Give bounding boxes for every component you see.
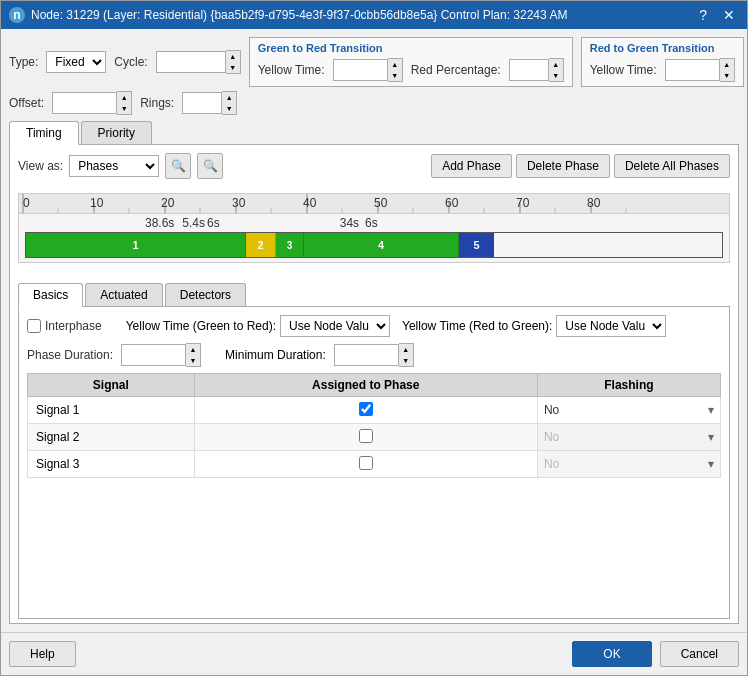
phase-bar-3[interactable]: 3 [276, 233, 304, 257]
red-pct-down[interactable]: ▼ [549, 70, 563, 81]
yellow-time-up-1[interactable]: ▲ [388, 59, 402, 70]
min-duration-spinner: 0.0 sec ▲ ▼ [334, 343, 414, 367]
type-select[interactable]: Fixed [46, 51, 106, 73]
zoom-out-button[interactable]: 🔍 [197, 153, 223, 179]
yellow-time-spinner-2: 0.0 sec ▲ ▼ [665, 58, 735, 82]
red-to-green-title: Red to Green Transition [590, 42, 735, 54]
yellow-time-spinner-1: 3.4 sec ▲ ▼ [333, 58, 403, 82]
yellow-time-input-2[interactable]: 0.0 sec [665, 59, 720, 81]
red-to-green-group: Red to Green Transition Yellow Time: 0.0… [581, 37, 744, 87]
yellow-time-r2g-label: Yellow Time (Red to Green): [402, 319, 552, 333]
flashing-cell-3: No▾ [537, 451, 720, 478]
tab-priority[interactable]: Priority [81, 121, 152, 144]
phase-duration-down[interactable]: ▼ [186, 355, 200, 366]
view-as-select[interactable]: Phases [69, 155, 159, 177]
yellow-time-input-1[interactable]: 3.4 sec [333, 59, 388, 81]
phase-bar-2[interactable]: 2 [246, 233, 276, 257]
min-duration-up[interactable]: ▲ [399, 344, 413, 355]
min-duration-label: Minimum Duration: [225, 348, 326, 362]
offset-up[interactable]: ▲ [117, 92, 131, 103]
yellow-time-g2r-select[interactable]: Use Node Value [280, 315, 390, 337]
signal-col-header: Signal [28, 374, 195, 397]
yellow-time-up-2[interactable]: ▲ [720, 59, 734, 70]
rings-input[interactable]: 1 [182, 92, 222, 114]
cycle-input[interactable]: 90 sec. [156, 51, 226, 73]
offset-down[interactable]: ▼ [117, 103, 131, 114]
timing-label-4: 34s [340, 216, 359, 230]
svg-text:20: 20 [161, 196, 175, 210]
signal-table-row: Signal 2No▾ [28, 424, 721, 451]
phase-bar-1[interactable]: 1 [26, 233, 246, 257]
timing-label-2: 5.4s [182, 216, 205, 230]
offset-input[interactable]: 0.0 sec [52, 92, 117, 114]
help-button[interactable]: Help [9, 641, 76, 667]
flashing-select-1[interactable]: No [538, 397, 720, 423]
title-bar: n Node: 31229 (Layer: Residential) {baa5… [1, 1, 747, 29]
tab-actuated[interactable]: Actuated [85, 283, 162, 306]
interphase-label: Interphase [45, 319, 102, 333]
phase-duration-input[interactable]: 38.6 sec [121, 344, 186, 366]
svg-text:0: 0 [23, 196, 30, 210]
timing-label-3: 6s [207, 216, 220, 230]
assigned-checkbox-3[interactable] [359, 456, 373, 470]
rings-down[interactable]: ▼ [222, 103, 236, 114]
red-pct-spinner: 50 ▲ ▼ [509, 58, 564, 82]
yellow-time-down-2[interactable]: ▼ [720, 70, 734, 81]
min-duration-down[interactable]: ▼ [399, 355, 413, 366]
timing-label-1: 38.6s [145, 216, 174, 230]
interphase-row: Interphase Yellow Time (Green to Red): U… [27, 315, 721, 337]
assigned-checkbox-2[interactable] [359, 429, 373, 443]
red-pct-label: Red Percentage: [411, 63, 501, 77]
footer-right-buttons: OK Cancel [572, 641, 739, 667]
yellow-time-r2g-select[interactable]: Use Node Value [556, 315, 666, 337]
signal-name-1: Signal 1 [28, 397, 195, 424]
dialog-footer: Help OK Cancel [1, 632, 747, 675]
zoom-in-button[interactable]: 🔍 [165, 153, 191, 179]
app-icon: n [9, 7, 25, 23]
timing-label-5: 6s [365, 216, 378, 230]
tab-detectors[interactable]: Detectors [165, 283, 246, 306]
cycle-label: Cycle: [114, 55, 147, 69]
rings-up[interactable]: ▲ [222, 92, 236, 103]
delete-phase-button[interactable]: Delete Phase [516, 154, 610, 178]
signal-name-3: Signal 3 [28, 451, 195, 478]
phase-duration-spinner: 38.6 sec ▲ ▼ [121, 343, 201, 367]
signal-table: Signal Assigned to Phase Flashing Signal… [27, 373, 721, 478]
timing-tab-content: View as: Phases 🔍 🔍 Add Phase Delete Pha… [9, 145, 739, 624]
phase-bar-4[interactable]: 4 [304, 233, 459, 257]
bottom-tab-row: Basics Actuated Detectors [18, 283, 730, 307]
tab-basics[interactable]: Basics [18, 283, 83, 307]
assigned-checkbox-1[interactable] [359, 402, 373, 416]
cycle-down-button[interactable]: ▼ [226, 62, 240, 73]
view-as-label: View as: [18, 159, 63, 173]
green-to-red-title: Green to Red Transition [258, 42, 564, 54]
dialog-content: Type: Fixed Cycle: 90 sec. ▲ ▼ Green to … [1, 29, 747, 632]
phase-duration-up[interactable]: ▲ [186, 344, 200, 355]
close-window-button[interactable]: ✕ [719, 7, 739, 23]
min-duration-input[interactable]: 0.0 sec [334, 344, 399, 366]
delete-all-phases-button[interactable]: Delete All Phases [614, 154, 730, 178]
cycle-up-button[interactable]: ▲ [226, 51, 240, 62]
svg-text:80: 80 [587, 196, 601, 210]
rings-label: Rings: [140, 96, 174, 110]
basics-tab-content: Interphase Yellow Time (Green to Red): U… [18, 307, 730, 619]
phase-bar-5[interactable]: 5 [459, 233, 494, 257]
tab-timing[interactable]: Timing [9, 121, 79, 145]
red-pct-input[interactable]: 50 [509, 59, 549, 81]
ok-button[interactable]: OK [572, 641, 651, 667]
red-pct-up[interactable]: ▲ [549, 59, 563, 70]
help-window-button[interactable]: ? [695, 7, 711, 23]
phase-timing-labels: 38.6s 5.4s 6s 34s 6s [19, 214, 729, 230]
interphase-checkbox[interactable] [27, 319, 41, 333]
svg-text:40: 40 [303, 196, 317, 210]
green-to-red-group: Green to Red Transition Yellow Time: 3.4… [249, 37, 573, 87]
yellow-time-down-1[interactable]: ▼ [388, 70, 402, 81]
svg-text:50: 50 [374, 196, 388, 210]
offset-spinner: 0.0 sec ▲ ▼ [52, 91, 132, 115]
top-controls-row: Type: Fixed Cycle: 90 sec. ▲ ▼ Green to … [9, 37, 739, 87]
add-phase-button[interactable]: Add Phase [431, 154, 512, 178]
phase-timeline: 0 10 20 30 40 50 [18, 193, 730, 263]
svg-text:60: 60 [445, 196, 459, 210]
cancel-button[interactable]: Cancel [660, 641, 739, 667]
yellow-time-label-1: Yellow Time: [258, 63, 325, 77]
